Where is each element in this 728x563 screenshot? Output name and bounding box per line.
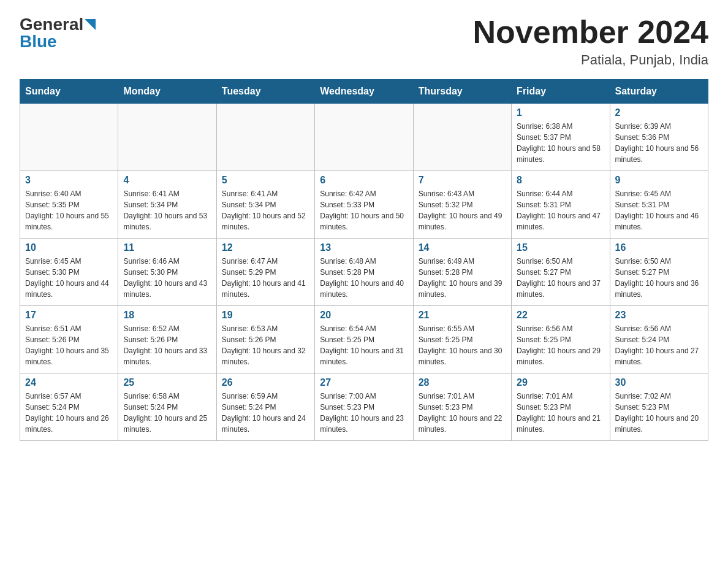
day-number: 3 bbox=[25, 175, 113, 186]
day-number: 1 bbox=[517, 107, 604, 118]
day-info: Sunrise: 6:49 AMSunset: 5:28 PMDaylight:… bbox=[419, 256, 506, 300]
day-info: Sunrise: 6:46 AMSunset: 5:30 PMDaylight:… bbox=[123, 256, 211, 300]
logo: General Blue bbox=[20, 15, 96, 52]
calendar-cell: 8Sunrise: 6:44 AMSunset: 5:31 PMDaylight… bbox=[512, 171, 610, 239]
calendar-week-row: 1Sunrise: 6:38 AMSunset: 5:37 PMDaylight… bbox=[20, 104, 708, 171]
day-info: Sunrise: 6:41 AMSunset: 5:34 PMDaylight:… bbox=[222, 188, 309, 232]
day-info: Sunrise: 6:50 AMSunset: 5:27 PMDaylight:… bbox=[517, 256, 604, 300]
day-info: Sunrise: 6:59 AMSunset: 5:24 PMDaylight:… bbox=[222, 391, 309, 435]
day-number: 6 bbox=[320, 175, 408, 186]
day-info: Sunrise: 6:55 AMSunset: 5:25 PMDaylight:… bbox=[419, 323, 506, 367]
day-number: 15 bbox=[517, 242, 604, 253]
day-info: Sunrise: 6:41 AMSunset: 5:34 PMDaylight:… bbox=[123, 188, 211, 232]
day-info: Sunrise: 6:42 AMSunset: 5:33 PMDaylight:… bbox=[320, 188, 408, 232]
day-info: Sunrise: 6:57 AMSunset: 5:24 PMDaylight:… bbox=[25, 391, 113, 435]
day-info: Sunrise: 6:40 AMSunset: 5:35 PMDaylight:… bbox=[25, 188, 113, 232]
day-info: Sunrise: 6:48 AMSunset: 5:28 PMDaylight:… bbox=[320, 256, 408, 300]
calendar-week-row: 10Sunrise: 6:45 AMSunset: 5:30 PMDayligh… bbox=[20, 239, 708, 306]
day-number: 23 bbox=[615, 310, 703, 321]
day-number: 8 bbox=[517, 175, 604, 186]
calendar-cell: 11Sunrise: 6:46 AMSunset: 5:30 PMDayligh… bbox=[118, 239, 216, 306]
day-number: 16 bbox=[615, 242, 703, 253]
location-text: Patiala, Punjab, India bbox=[473, 52, 708, 68]
calendar-cell bbox=[20, 104, 118, 171]
title-block: November 2024 Patiala, Punjab, India bbox=[473, 15, 708, 68]
calendar-cell: 28Sunrise: 7:01 AMSunset: 5:23 PMDayligh… bbox=[413, 373, 511, 441]
calendar-week-row: 24Sunrise: 6:57 AMSunset: 5:24 PMDayligh… bbox=[20, 373, 708, 441]
day-number: 26 bbox=[222, 377, 309, 388]
calendar-cell: 17Sunrise: 6:51 AMSunset: 5:26 PMDayligh… bbox=[20, 306, 118, 373]
calendar-cell: 26Sunrise: 6:59 AMSunset: 5:24 PMDayligh… bbox=[216, 373, 314, 441]
day-number: 19 bbox=[222, 310, 309, 321]
col-header-wednesday: Wednesday bbox=[315, 80, 413, 104]
calendar-cell: 3Sunrise: 6:40 AMSunset: 5:35 PMDaylight… bbox=[20, 171, 118, 239]
calendar-cell: 13Sunrise: 6:48 AMSunset: 5:28 PMDayligh… bbox=[315, 239, 413, 306]
calendar-cell bbox=[315, 104, 413, 171]
day-info: Sunrise: 6:38 AMSunset: 5:37 PMDaylight:… bbox=[517, 121, 604, 165]
col-header-thursday: Thursday bbox=[413, 80, 511, 104]
day-info: Sunrise: 6:56 AMSunset: 5:24 PMDaylight:… bbox=[615, 323, 703, 367]
day-info: Sunrise: 6:50 AMSunset: 5:27 PMDaylight:… bbox=[615, 256, 703, 300]
calendar-cell: 25Sunrise: 6:58 AMSunset: 5:24 PMDayligh… bbox=[118, 373, 216, 441]
day-number: 29 bbox=[517, 377, 604, 388]
day-info: Sunrise: 6:47 AMSunset: 5:29 PMDaylight:… bbox=[222, 256, 309, 300]
calendar-cell bbox=[413, 104, 511, 171]
calendar-cell: 22Sunrise: 6:56 AMSunset: 5:25 PMDayligh… bbox=[512, 306, 610, 373]
day-number: 18 bbox=[123, 310, 211, 321]
col-header-tuesday: Tuesday bbox=[216, 80, 314, 104]
calendar-cell: 18Sunrise: 6:52 AMSunset: 5:26 PMDayligh… bbox=[118, 306, 216, 373]
calendar-cell bbox=[216, 104, 314, 171]
day-number: 4 bbox=[123, 175, 211, 186]
day-info: Sunrise: 6:58 AMSunset: 5:24 PMDaylight:… bbox=[123, 391, 211, 435]
logo-blue-text: Blue bbox=[20, 32, 57, 52]
calendar-cell: 10Sunrise: 6:45 AMSunset: 5:30 PMDayligh… bbox=[20, 239, 118, 306]
col-header-monday: Monday bbox=[118, 80, 216, 104]
day-number: 2 bbox=[615, 107, 703, 118]
calendar-cell: 16Sunrise: 6:50 AMSunset: 5:27 PMDayligh… bbox=[610, 239, 708, 306]
col-header-sunday: Sunday bbox=[20, 80, 118, 104]
day-number: 14 bbox=[419, 242, 506, 253]
calendar-cell: 1Sunrise: 6:38 AMSunset: 5:37 PMDaylight… bbox=[512, 104, 610, 171]
calendar-cell: 5Sunrise: 6:41 AMSunset: 5:34 PMDaylight… bbox=[216, 171, 314, 239]
calendar-cell: 14Sunrise: 6:49 AMSunset: 5:28 PMDayligh… bbox=[413, 239, 511, 306]
month-title: November 2024 bbox=[473, 15, 708, 50]
day-number: 27 bbox=[320, 377, 408, 388]
day-info: Sunrise: 6:53 AMSunset: 5:26 PMDaylight:… bbox=[222, 323, 309, 367]
day-info: Sunrise: 6:45 AMSunset: 5:31 PMDaylight:… bbox=[615, 188, 703, 232]
calendar-cell: 2Sunrise: 6:39 AMSunset: 5:36 PMDaylight… bbox=[610, 104, 708, 171]
day-info: Sunrise: 6:52 AMSunset: 5:26 PMDaylight:… bbox=[123, 323, 211, 367]
calendar-cell bbox=[118, 104, 216, 171]
calendar-cell: 12Sunrise: 6:47 AMSunset: 5:29 PMDayligh… bbox=[216, 239, 314, 306]
day-number: 22 bbox=[517, 310, 604, 321]
day-number: 12 bbox=[222, 242, 309, 253]
calendar-cell: 7Sunrise: 6:43 AMSunset: 5:32 PMDaylight… bbox=[413, 171, 511, 239]
page-header: General Blue November 2024 Patiala, Punj… bbox=[20, 15, 708, 68]
day-info: Sunrise: 6:54 AMSunset: 5:25 PMDaylight:… bbox=[320, 323, 408, 367]
day-number: 9 bbox=[615, 175, 703, 186]
day-number: 17 bbox=[25, 310, 113, 321]
day-info: Sunrise: 6:44 AMSunset: 5:31 PMDaylight:… bbox=[517, 188, 604, 232]
day-number: 21 bbox=[419, 310, 506, 321]
day-number: 11 bbox=[123, 242, 211, 253]
day-info: Sunrise: 7:02 AMSunset: 5:23 PMDaylight:… bbox=[615, 391, 703, 435]
day-info: Sunrise: 6:56 AMSunset: 5:25 PMDaylight:… bbox=[517, 323, 604, 367]
calendar-cell: 15Sunrise: 6:50 AMSunset: 5:27 PMDayligh… bbox=[512, 239, 610, 306]
svg-marker-0 bbox=[85, 19, 96, 30]
calendar-week-row: 3Sunrise: 6:40 AMSunset: 5:35 PMDaylight… bbox=[20, 171, 708, 239]
logo-triangle-icon bbox=[85, 19, 96, 30]
day-info: Sunrise: 7:01 AMSunset: 5:23 PMDaylight:… bbox=[419, 391, 506, 435]
calendar-cell: 21Sunrise: 6:55 AMSunset: 5:25 PMDayligh… bbox=[413, 306, 511, 373]
calendar-cell: 23Sunrise: 6:56 AMSunset: 5:24 PMDayligh… bbox=[610, 306, 708, 373]
day-info: Sunrise: 6:39 AMSunset: 5:36 PMDaylight:… bbox=[615, 121, 703, 165]
day-number: 30 bbox=[615, 377, 703, 388]
day-number: 25 bbox=[123, 377, 211, 388]
calendar-cell: 29Sunrise: 7:01 AMSunset: 5:23 PMDayligh… bbox=[512, 373, 610, 441]
day-number: 20 bbox=[320, 310, 408, 321]
col-header-friday: Friday bbox=[512, 80, 610, 104]
calendar-cell: 27Sunrise: 7:00 AMSunset: 5:23 PMDayligh… bbox=[315, 373, 413, 441]
day-info: Sunrise: 6:51 AMSunset: 5:26 PMDaylight:… bbox=[25, 323, 113, 367]
calendar-cell: 20Sunrise: 6:54 AMSunset: 5:25 PMDayligh… bbox=[315, 306, 413, 373]
calendar-cell: 4Sunrise: 6:41 AMSunset: 5:34 PMDaylight… bbox=[118, 171, 216, 239]
day-number: 28 bbox=[419, 377, 506, 388]
calendar-cell: 19Sunrise: 6:53 AMSunset: 5:26 PMDayligh… bbox=[216, 306, 314, 373]
